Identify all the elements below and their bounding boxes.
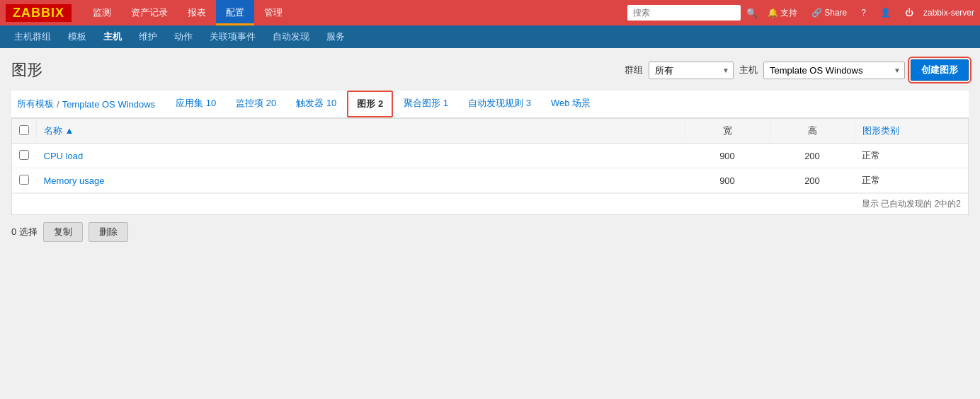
delete-button[interactable]: 删除 bbox=[89, 222, 128, 242]
row-checkbox-1[interactable] bbox=[19, 150, 29, 160]
support-link[interactable]: 🔔 支持 bbox=[763, 7, 802, 19]
logo-z: Z bbox=[13, 6, 21, 20]
nav-hosts[interactable]: 主机 bbox=[95, 25, 130, 48]
row-type-cell-1: 正常 bbox=[855, 144, 968, 168]
row-width-cell-2: 900 bbox=[685, 168, 770, 193]
col-header-width: 宽 bbox=[685, 119, 770, 144]
row-checkbox-cell bbox=[12, 144, 37, 168]
row-checkbox-cell-2 bbox=[12, 168, 37, 193]
col-name-sort-link[interactable]: 名称 ▲ bbox=[44, 125, 74, 136]
selected-count-label: 0 选择 bbox=[11, 226, 38, 238]
page-title: 图形 bbox=[11, 59, 625, 81]
breadcrumb-current-template[interactable]: Template OS Windows bbox=[62, 99, 156, 110]
nav-monitor[interactable]: 监测 bbox=[83, 0, 121, 25]
tab-web[interactable]: Web 场景 bbox=[542, 91, 600, 117]
host-select[interactable]: Template OS Windows bbox=[763, 62, 905, 79]
help-icon[interactable]: ? bbox=[857, 8, 870, 18]
select-all-checkbox[interactable] bbox=[19, 125, 29, 135]
col-type-sort-link[interactable]: 图形类别 bbox=[862, 125, 899, 136]
breadcrumb: 所有模板 / Template OS Windows bbox=[17, 92, 155, 116]
col-header-type: 图形类别 bbox=[855, 119, 968, 144]
graphs-table-container: 名称 ▲ 宽 高 图形类别 CPU load 9 bbox=[11, 118, 969, 215]
row-height-cell-1: 200 bbox=[770, 144, 855, 168]
nav-hostgroups[interactable]: 主机群组 bbox=[6, 25, 59, 48]
nav-services[interactable]: 服务 bbox=[318, 25, 353, 48]
logout-icon[interactable]: ⏻ bbox=[901, 8, 918, 18]
breadcrumb-all-templates[interactable]: 所有模板 bbox=[17, 98, 54, 110]
filter-row: 群组 所有 主机 Template OS Windows 创建图形 bbox=[625, 59, 969, 81]
row-checkbox-2[interactable] bbox=[19, 175, 29, 185]
share-link[interactable]: 🔗 Share bbox=[807, 8, 851, 18]
copy-button[interactable]: 复制 bbox=[43, 222, 83, 242]
nav-templates[interactable]: 模板 bbox=[59, 25, 95, 48]
nav-admin[interactable]: 管理 bbox=[254, 0, 292, 25]
group-select-wrapper: 所有 bbox=[649, 62, 734, 79]
top-nav-menu: 监测 资产记录 报表 配置 管理 bbox=[83, 0, 627, 25]
top-nav-right: 🔍 🔔 支持 🔗 Share ? 👤 ⏻ zabbix-server bbox=[627, 5, 974, 21]
second-navbar: 主机群组 模板 主机 维护 动作 关联项事件 自动发现 服务 bbox=[0, 25, 980, 48]
tab-discovery[interactable]: 自动发现规则 3 bbox=[459, 91, 540, 117]
row-width-cell-1: 900 bbox=[685, 144, 770, 168]
nav-reports[interactable]: 报表 bbox=[178, 0, 216, 25]
col-header-height: 高 bbox=[770, 119, 855, 144]
second-nav-menu: 主机群组 模板 主机 维护 动作 关联项事件 自动发现 服务 bbox=[6, 25, 353, 48]
search-icon[interactable]: 🔍 bbox=[746, 8, 758, 18]
tab-triggers[interactable]: 触发器 10 bbox=[287, 91, 346, 117]
col-header-checkbox bbox=[12, 119, 37, 144]
nav-actions[interactable]: 动作 bbox=[166, 25, 201, 48]
host-filter-label: 主机 bbox=[739, 64, 758, 76]
group-filter-label: 群组 bbox=[625, 64, 643, 76]
row-name-link-1[interactable]: CPU load bbox=[44, 151, 84, 161]
row-height-cell-2: 200 bbox=[770, 168, 855, 193]
tab-graphs[interactable]: 图形 2 bbox=[347, 91, 393, 117]
table-header-row: 名称 ▲ 宽 高 图形类别 bbox=[12, 119, 968, 144]
row-name-cell-2: Memory usage bbox=[37, 168, 685, 193]
search-input[interactable] bbox=[627, 5, 741, 21]
row-name-link-2[interactable]: Memory usage bbox=[44, 175, 105, 186]
create-graph-button[interactable]: 创建图形 bbox=[911, 59, 969, 81]
table-row: Memory usage 900 200 正常 bbox=[12, 168, 968, 193]
row-type-cell-2: 正常 bbox=[855, 168, 968, 193]
host-select-wrapper: Template OS Windows bbox=[763, 62, 905, 79]
tab-applications[interactable]: 应用集 10 bbox=[166, 91, 225, 117]
table-footer: 显示 已自动发现的 2中的2 bbox=[12, 193, 968, 214]
group-select[interactable]: 所有 bbox=[649, 62, 734, 79]
page-content: 图形 群组 所有 主机 Template OS Windows 创建图形 所有模… bbox=[0, 48, 980, 253]
tab-items[interactable]: 监控项 20 bbox=[227, 91, 285, 117]
tab-screens[interactable]: 聚合图形 1 bbox=[394, 91, 457, 117]
nav-event-correlation[interactable]: 关联项事件 bbox=[201, 25, 264, 48]
row-name-cell-1: CPU load bbox=[37, 144, 685, 168]
nav-maintenance[interactable]: 维护 bbox=[130, 25, 166, 48]
table-row: CPU load 900 200 正常 bbox=[12, 144, 968, 168]
nav-config[interactable]: 配置 bbox=[216, 0, 254, 25]
graphs-table: 名称 ▲ 宽 高 图形类别 CPU load 9 bbox=[12, 119, 968, 193]
table-body: CPU load 900 200 正常 Memory usage 900 200… bbox=[12, 144, 968, 193]
nav-assets[interactable]: 资产记录 bbox=[121, 0, 178, 25]
tabs-container: 应用集 10 监控项 20 触发器 10 图形 2 聚合图形 1 自动发现规则 … bbox=[166, 91, 601, 117]
nav-discovery[interactable]: 自动发现 bbox=[264, 25, 318, 48]
breadcrumb-separator: / bbox=[57, 99, 59, 110]
col-header-name: 名称 ▲ bbox=[37, 119, 685, 144]
username-label: zabbix-server bbox=[923, 8, 974, 18]
tabs-row: 所有模板 / Template OS Windows 应用集 10 监控项 20… bbox=[11, 91, 969, 118]
user-icon[interactable]: 👤 bbox=[876, 8, 895, 18]
bottom-action-bar: 0 选择 复制 删除 bbox=[11, 215, 969, 242]
top-navbar: ZABBIX 监测 资产记录 报表 配置 管理 🔍 🔔 支持 🔗 Share ?… bbox=[0, 0, 980, 25]
page-header: 图形 群组 所有 主机 Template OS Windows 创建图形 bbox=[11, 59, 969, 81]
logo-rest: ABBIX bbox=[21, 6, 64, 20]
zabbix-logo: ZABBIX bbox=[6, 4, 72, 22]
